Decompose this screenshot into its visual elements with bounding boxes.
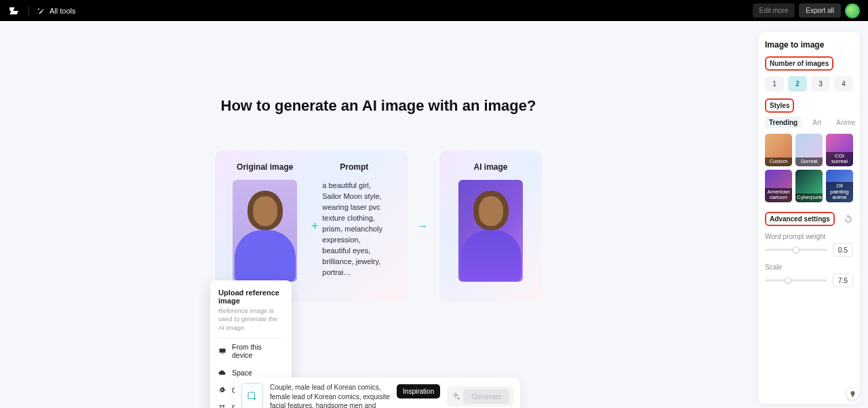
word-prompt-weight-label: Word prompt weight [765, 233, 853, 240]
canvas-area: How to generate an AI image with an imag… [0, 21, 757, 408]
number-of-images-label: Number of images [765, 56, 833, 71]
example-card-output: AI image [439, 150, 542, 301]
style-cyberpunk[interactable]: Cyberpunk [795, 170, 823, 202]
scale-slider[interactable] [765, 276, 827, 285]
styles-label: Styles [765, 98, 794, 113]
inspiration-button[interactable]: Inspiration [397, 384, 440, 398]
upload-popover-subtitle: Reference image is used to generate the … [218, 307, 283, 338]
num-option-2[interactable]: 2 [788, 76, 807, 92]
upload-from-device[interactable]: From this device [218, 338, 283, 364]
style-cgi-surreal[interactable]: CGI surreal [826, 134, 853, 166]
num-option-1[interactable]: 1 [765, 76, 784, 92]
settings-panel: Image to image Number of images 1 2 3 4 … [758, 32, 860, 404]
style-tab-anime[interactable]: Anime [832, 117, 859, 128]
style-custom[interactable]: Custom [765, 134, 792, 166]
export-all-button[interactable]: Export all [799, 3, 841, 18]
svg-rect-0 [220, 349, 226, 353]
style-surreal[interactable]: Surreal [795, 134, 823, 166]
styles-grid: Custom Surreal CGI surreal American cart… [765, 134, 853, 202]
all-tools-button[interactable]: All tools [37, 7, 76, 15]
wand-icon [37, 7, 45, 15]
word-prompt-weight-value[interactable]: 0.5 [833, 243, 853, 257]
ai-image-thumb [458, 180, 523, 282]
all-tools-label: All tools [50, 7, 76, 15]
page-headline: How to generate an AI image with an imag… [221, 97, 536, 115]
device-icon [218, 347, 226, 355]
upload-popover-title: Upload reference image [218, 289, 283, 305]
generate-button[interactable]: Generate [463, 389, 509, 404]
svg-rect-1 [222, 354, 224, 354]
prompt-bar: Couple, male lead of Korean comics, fema… [235, 377, 520, 408]
plus-icon: + [311, 219, 319, 233]
ai-image-label: AI image [473, 162, 507, 172]
style-tile-label: Custom [765, 157, 792, 166]
arrow-right-icon: → [417, 220, 428, 232]
upload-item-label: Space [232, 369, 252, 377]
style-tile-label: Cyberpunk [795, 193, 823, 202]
image-add-icon [247, 391, 258, 402]
upload-item-label: From this device [232, 343, 283, 359]
reset-icon[interactable] [844, 215, 853, 224]
style-tab-trending[interactable]: Trending [765, 117, 802, 128]
scale-label: Scale [765, 263, 853, 271]
example-prompt-text: a beautiful girl, Sailor Moon style, wea… [322, 180, 386, 278]
style-tile-label: Surreal [795, 157, 823, 166]
cloud-icon [218, 369, 226, 377]
edit-more-button[interactable]: Edit more [753, 3, 795, 18]
panel-title: Image to image [765, 40, 853, 50]
style-tabs: Trending Art Anime [765, 117, 853, 128]
app-logo[interactable] [8, 5, 20, 17]
user-avatar[interactable] [845, 3, 860, 18]
original-image-label: Original image [237, 162, 293, 172]
style-tile-label: Oil painting anime [826, 182, 853, 202]
style-tab-art[interactable]: Art [808, 117, 825, 128]
help-button[interactable] [846, 388, 859, 400]
google-drive-icon [218, 386, 226, 394]
original-image-thumb [233, 180, 297, 282]
generate-group: Generate [447, 386, 513, 407]
lightbulb-icon [849, 390, 856, 398]
prompt-text-value: Couple, male lead of Korean comics, fema… [270, 384, 390, 408]
style-american-cartoon[interactable]: American cartoon [765, 170, 792, 202]
sparkle-icon [451, 392, 460, 401]
style-oil-painting-anime[interactable]: Oil painting anime [826, 170, 853, 202]
prompt-label: Prompt [340, 162, 368, 172]
word-prompt-weight-slider[interactable] [765, 245, 827, 255]
svg-rect-2 [248, 392, 254, 398]
scale-value[interactable]: 7.5 [833, 274, 853, 287]
prompt-input[interactable]: Couple, male lead of Korean comics, fema… [270, 383, 390, 408]
style-tile-label: American cartoon [765, 188, 792, 202]
separator [28, 6, 29, 16]
num-option-3[interactable]: 3 [811, 76, 830, 92]
advanced-settings-label: Advanced settings [765, 212, 835, 226]
dropbox-icon [218, 404, 226, 408]
num-option-4[interactable]: 4 [834, 76, 853, 92]
style-tile-label: CGI surreal [826, 152, 853, 166]
topbar: All tools Edit more Export all [0, 0, 868, 21]
number-of-images-segmented: 1 2 3 4 [765, 76, 853, 92]
upload-image-button[interactable] [241, 383, 263, 408]
example-card-input: Original image + Prompt a beautiful girl… [215, 150, 408, 301]
